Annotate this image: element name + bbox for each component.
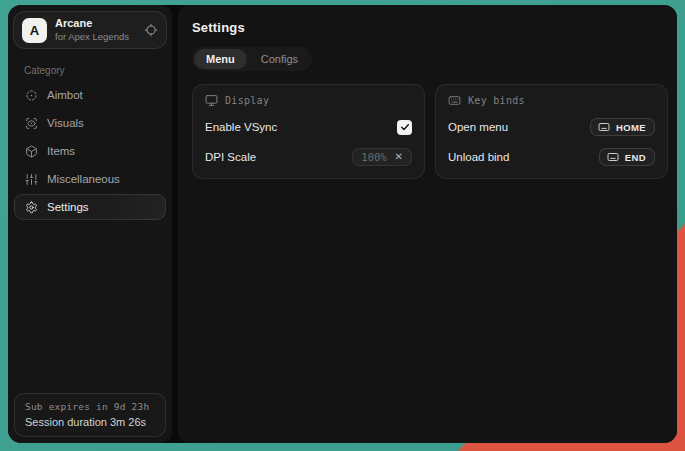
keyboard-icon [598,121,610,133]
sliders-icon [25,173,38,186]
checkmark-icon [400,122,410,132]
app-logo: A [22,18,47,43]
vsync-row: Enable VSync [205,117,412,137]
dpi-scale-input[interactable]: 100% ✕ [352,148,412,166]
app-header-card: A Arcane for Apex Legends [13,11,167,49]
tab-configs[interactable]: Configs [249,49,310,69]
sidebar-item-miscellaneous[interactable]: Miscellaneous [14,166,166,192]
sidebar: A Arcane for Apex Legends Category [8,5,172,443]
keybind-value: HOME [616,122,646,133]
sidebar-nav: Aimbot Visuals [8,82,172,222]
sidebar-item-label: Items [47,145,75,157]
scan-eye-icon [25,117,38,130]
sidebar-item-visuals[interactable]: Visuals [14,110,166,136]
keybinds-card-header: Key binds [448,94,655,107]
tab-bar: Menu Configs [192,47,312,71]
sidebar-item-aimbot[interactable]: Aimbot [14,82,166,108]
vsync-label: Enable VSync [205,121,277,133]
sub-expiry-text: Sub expires in 9d 23h [25,401,155,412]
display-card-title: Display [225,95,269,106]
unload-keybind-button[interactable]: END [599,148,655,166]
open-menu-keybind-button[interactable]: HOME [590,118,655,136]
app-subtitle: for Apex Legends [55,31,136,42]
sidebar-item-label: Miscellaneous [47,173,120,185]
sidebar-item-label: Aimbot [47,89,83,101]
dpi-scale-row: DPI Scale 100% ✕ [205,147,412,167]
package-icon [25,145,38,158]
session-duration-text: Session duration 3m 26s [25,416,155,428]
tab-menu[interactable]: Menu [194,49,247,69]
keyboard-icon [448,94,461,107]
sidebar-item-settings[interactable]: Settings [14,194,166,220]
app-window: A Arcane for Apex Legends Category [8,5,677,443]
monitor-icon [205,94,218,107]
page-title: Settings [192,20,668,35]
unload-bind-row: Unload bind END [448,147,655,167]
display-card-header: Display [205,94,412,107]
subscription-info-card: Sub expires in 9d 23h Session duration 3… [14,393,166,437]
unload-bind-label: Unload bind [448,151,509,163]
keyboard-icon [607,151,619,163]
crosshair-scan-icon [25,89,38,102]
clear-icon[interactable]: ✕ [395,152,403,162]
settings-cards: Display Enable VSync DPI Scale 100% ✕ [192,84,668,179]
open-menu-label: Open menu [448,121,508,133]
sidebar-item-items[interactable]: Items [14,138,166,164]
app-name: Arcane [55,17,136,30]
keybinds-card-title: Key binds [468,95,525,106]
main-panel: Settings Menu Configs Display [178,5,677,443]
vsync-checkbox[interactable] [397,120,412,135]
keybinds-card: Key binds Open menu HOME [435,84,668,179]
sidebar-item-label: Settings [47,201,89,213]
category-label: Category [24,65,172,76]
keybind-value: END [625,152,646,163]
open-menu-row: Open menu HOME [448,117,655,137]
gear-icon [25,201,38,214]
app-title-block: Arcane for Apex Legends [55,17,136,43]
dpi-scale-label: DPI Scale [205,151,256,163]
display-card: Display Enable VSync DPI Scale 100% ✕ [192,84,425,179]
crosshair-icon[interactable] [144,23,158,37]
sidebar-item-label: Visuals [47,117,84,129]
dpi-scale-value: 100% [361,151,386,163]
